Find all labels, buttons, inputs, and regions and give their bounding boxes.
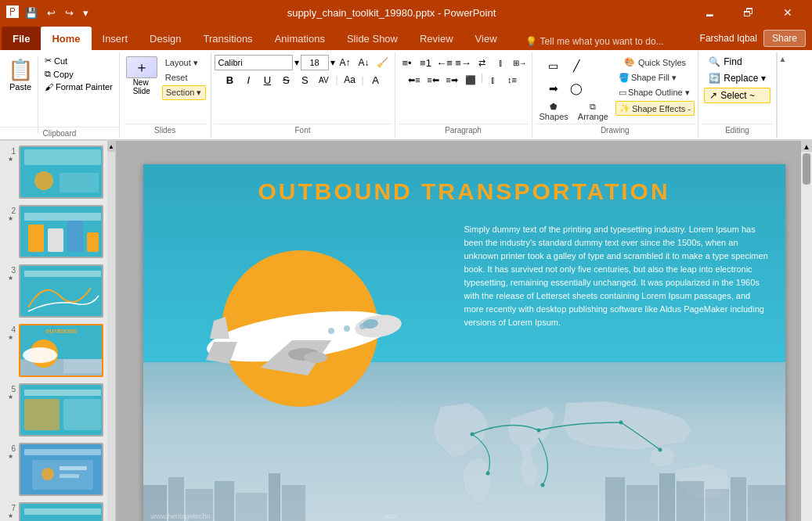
slide-thumb-7[interactable]: 7 ★ www.heritagetechn: [3, 501, 112, 521]
layout-button[interactable]: Layout ▾: [162, 56, 206, 70]
bullets-button[interactable]: ≡•: [399, 55, 416, 70]
shapes-button[interactable]: ⬟ Shapes: [536, 99, 572, 124]
underline-button[interactable]: U: [258, 72, 276, 88]
bold-button[interactable]: B: [221, 72, 238, 88]
svg-point-2: [34, 171, 53, 190]
shape-arrow[interactable]: ➡: [543, 77, 565, 99]
tab-animations[interactable]: Animations: [264, 27, 336, 50]
slide-star-7: ★: [8, 512, 13, 519]
align-cols-button[interactable]: ⫿: [493, 55, 510, 70]
strikethrough-button[interactable]: S: [277, 72, 294, 88]
user-area: Farshad Iqbal Share: [694, 27, 812, 50]
redo-button[interactable]: ↪: [62, 5, 77, 20]
smartart-button[interactable]: ⊞→: [511, 55, 529, 70]
paste-icon: 📋: [8, 58, 33, 82]
align-center-button[interactable]: ≡⬅: [424, 72, 442, 88]
tab-review[interactable]: Review: [409, 27, 464, 50]
slide-body-text[interactable]: Simply dummy text of the printing and ty…: [464, 223, 770, 329]
decrease-font-button[interactable]: A↓: [355, 55, 373, 70]
slide-thumb-2[interactable]: 2 ★: [3, 203, 112, 260]
font-size-dropdown[interactable]: ▾: [330, 57, 335, 68]
arrange-button[interactable]: ⧉ Arrange: [574, 99, 612, 124]
clear-format-button[interactable]: 🧹: [374, 55, 392, 70]
italic-button[interactable]: I: [240, 72, 257, 88]
slide-preview-1: [19, 146, 103, 199]
tab-slideshow[interactable]: Slide Show: [336, 27, 409, 50]
scroll-thumb[interactable]: [803, 153, 810, 185]
copy-button[interactable]: ⧉ Copy: [42, 68, 116, 80]
minimize-button[interactable]: 🗕: [691, 0, 727, 25]
editing-group: 🔍 Find 🔄 Replace ▾ ↗ Select ~ Editing: [698, 52, 777, 138]
shape-circle[interactable]: ◯: [565, 77, 587, 99]
panel-scroll-up[interactable]: ▲: [107, 141, 115, 152]
panel-scrollbar: ▲ ▼: [107, 141, 115, 521]
tab-design[interactable]: Design: [139, 27, 192, 50]
slide4-svg: OUTBOUND: [20, 324, 102, 377]
paste-button[interactable]: 📋 Paste: [3, 55, 38, 135]
svg-point-45: [619, 421, 623, 425]
restore-button[interactable]: 🗗: [731, 0, 767, 25]
save-button[interactable]: 💾: [22, 5, 41, 20]
shape-outline-button[interactable]: ▭ Shape Outline ▾: [615, 86, 695, 99]
svg-point-44: [536, 429, 540, 433]
shapes-grid: ▭ ╱ ➡ ◯: [543, 55, 605, 99]
ribbon-collapse-button[interactable]: ▲: [777, 52, 788, 138]
align-right-button[interactable]: ≡➡: [443, 72, 460, 88]
find-button[interactable]: 🔍 Find: [704, 55, 770, 69]
close-button[interactable]: ✕: [770, 0, 806, 25]
select-button[interactable]: ↗ Select ~: [704, 88, 770, 103]
share-button[interactable]: Share: [763, 30, 806, 47]
text-shadow-button[interactable]: S: [296, 72, 313, 88]
format-painter-button[interactable]: 🖌 Format Painter: [42, 81, 116, 92]
indent-less-button[interactable]: ←≡: [436, 55, 453, 70]
increase-font-button[interactable]: A↑: [337, 55, 354, 70]
find-icon: 🔍: [709, 56, 720, 67]
slide-thumb-4[interactable]: 4 ★ OUTBOUND: [3, 322, 112, 379]
divider2: |: [360, 74, 366, 85]
slide-thumb-1[interactable]: 1 ★: [3, 144, 112, 200]
tab-view[interactable]: View: [464, 27, 508, 50]
tab-transitions[interactable]: Transitions: [193, 27, 264, 50]
font-color-button[interactable]: A: [367, 72, 384, 88]
align-left-button[interactable]: ⬅≡: [406, 72, 423, 88]
scroll-up-button[interactable]: ▲: [801, 141, 812, 152]
slide-thumb-6[interactable]: 6 ★: [3, 441, 112, 498]
shape-effects-button[interactable]: ✨ Shape Effects -: [615, 101, 695, 116]
char-spacing-button[interactable]: AV: [315, 72, 332, 88]
tab-file[interactable]: File: [2, 27, 41, 50]
slide-thumb-5[interactable]: 5 ★: [3, 382, 112, 438]
tell-me-text[interactable]: Tell me what you want to do...: [540, 36, 664, 47]
undo-button[interactable]: ↩: [44, 5, 59, 20]
customize-button[interactable]: ▾: [80, 5, 92, 20]
shape-fill-button[interactable]: 🪣 Shape Fill ▾: [615, 71, 695, 84]
numbered-button[interactable]: ≡1: [417, 55, 435, 70]
lightbulb-icon: 💡: [525, 36, 537, 47]
tab-insert[interactable]: Insert: [92, 27, 139, 50]
cut-button[interactable]: ✂ Cut: [42, 55, 116, 66]
change-case-button[interactable]: Aa: [341, 72, 359, 88]
shape-line[interactable]: ╱: [565, 55, 587, 77]
new-slide-button[interactable]: ＋ NewSlide: [125, 55, 159, 97]
justify-button[interactable]: ⬛: [462, 72, 479, 88]
font-name-dropdown[interactable]: ▾: [294, 57, 299, 68]
font-size-input[interactable]: [301, 55, 329, 70]
section-button[interactable]: Section ▾: [162, 85, 206, 100]
slide-thumb-3[interactable]: 3 ★: [3, 263, 112, 319]
font-name-input[interactable]: [215, 55, 293, 70]
svg-rect-58: [659, 473, 675, 521]
quick-styles-button[interactable]: 🎨 Quick Styles: [615, 55, 695, 70]
indent-more-button[interactable]: ≡→: [455, 55, 472, 70]
buildings-svg: [143, 469, 785, 521]
tab-home[interactable]: Home: [41, 27, 91, 50]
tell-me-bar[interactable]: 💡 Tell me what you want to do...: [516, 33, 673, 50]
replace-button[interactable]: 🔄 Replace ▾: [704, 71, 770, 85]
svg-rect-61: [731, 477, 746, 521]
line-spacing-button[interactable]: ↕≡: [503, 72, 521, 88]
slide-canvas[interactable]: OUTBOUND TRANSPORTATION Simply dummy tex…: [143, 164, 785, 521]
shape-effects-icon: ✨: [619, 103, 630, 113]
shape-rect[interactable]: ▭: [543, 55, 565, 77]
main-area: 1 ★ 2 ★: [0, 141, 812, 521]
columns-button[interactable]: ⫿: [485, 72, 502, 88]
text-dir-button[interactable]: ⇄: [474, 55, 491, 70]
reset-button[interactable]: Reset: [162, 71, 206, 84]
